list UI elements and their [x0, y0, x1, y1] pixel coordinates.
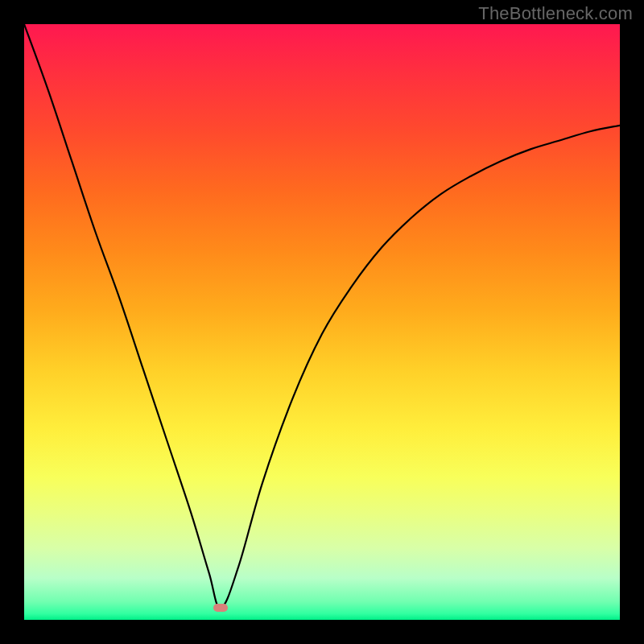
bottleneck-curve [24, 24, 620, 620]
plot-area [24, 24, 620, 620]
chart-frame: TheBottleneck.com [0, 0, 644, 644]
watermark-text: TheBottleneck.com [478, 3, 633, 24]
minimum-marker [213, 604, 228, 612]
